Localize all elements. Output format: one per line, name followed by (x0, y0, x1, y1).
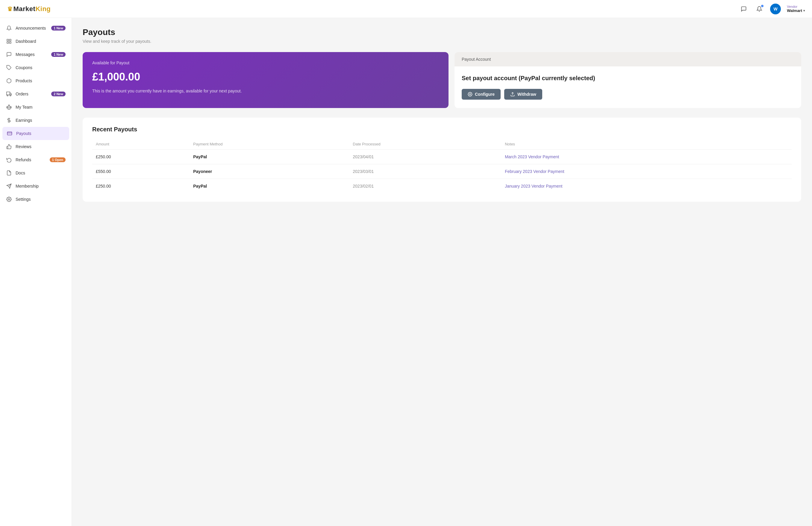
payout-account-card: Payout Account Set payout account (PayPa… (454, 52, 801, 108)
table-body: £250.00 PayPal 2023/04/01 March 2023 Ven… (92, 150, 792, 194)
dashboard-icon (6, 38, 12, 44)
available-payout-card: Available for Payout £1,000.00 This is t… (83, 52, 449, 108)
table-row: £250.00 PayPal 2023/02/01 January 2023 V… (92, 179, 792, 194)
cards-row: Available for Payout £1,000.00 This is t… (83, 52, 801, 108)
cell-amount: £550.00 (92, 164, 190, 179)
docs-icon (6, 170, 12, 176)
svg-point-7 (10, 95, 11, 96)
vendor-label: Vendor (787, 5, 805, 9)
logo: ♛ MarketKing (7, 5, 50, 13)
col-amount: Amount (92, 139, 190, 150)
header-right: W Vendor Walmart (739, 4, 805, 14)
sidebar-item-products[interactable]: Products (0, 74, 72, 87)
sidebar-item-label: Docs (16, 170, 25, 175)
sidebar-item-label: Products (16, 78, 32, 83)
messages-icon (6, 51, 12, 58)
svg-rect-0 (7, 39, 9, 41)
sidebar-item-my-team[interactable]: My Team (0, 101, 72, 114)
vendor-info[interactable]: Vendor Walmart (787, 5, 805, 13)
cell-date: 2023/02/01 (349, 179, 501, 194)
svg-rect-3 (10, 42, 11, 43)
configure-button[interactable]: Configure (462, 89, 501, 100)
sidebar-item-reviews[interactable]: Reviews (0, 140, 72, 153)
sidebar-item-label: Dashboard (16, 39, 36, 44)
sidebar-item-orders[interactable]: Orders 2 New (0, 87, 72, 101)
cell-date: 2023/04/01 (349, 150, 501, 164)
reviews-icon (6, 144, 12, 150)
sidebar-item-announcements[interactable]: Announcements 1 New (0, 21, 72, 35)
col-notes: Notes (501, 139, 792, 150)
svg-point-16 (9, 199, 10, 200)
sidebar-item-dashboard[interactable]: Dashboard (0, 35, 72, 48)
sidebar-item-label: Announcements (16, 26, 46, 31)
sidebar-item-label: Reviews (16, 144, 31, 149)
sidebar-item-earnings[interactable]: Earnings (0, 114, 72, 127)
payouts-table: Amount Payment Method Date Processed Not… (92, 139, 792, 193)
payouts-icon (6, 131, 13, 136)
my-team-icon (6, 104, 12, 110)
sidebar-item-label: Membership (16, 184, 39, 189)
sidebar-item-payouts[interactable]: Payouts (2, 127, 69, 140)
page-subtitle: View and keep track of your payouts. (83, 39, 801, 44)
cell-amount: £250.00 (92, 179, 190, 194)
withdraw-icon (510, 92, 515, 96)
account-card-body: Set payout account (PayPal currently sel… (454, 66, 801, 108)
svg-rect-2 (7, 42, 9, 43)
logo-king-text: King (35, 5, 50, 13)
sidebar-item-label: Refunds (16, 157, 31, 162)
sidebar-item-settings[interactable]: Settings (0, 193, 72, 206)
recent-payouts-title: Recent Payouts (92, 126, 792, 133)
cell-method: Payoneer (190, 164, 349, 179)
chat-icon[interactable] (739, 4, 749, 14)
sidebar-item-label: Coupons (16, 65, 32, 70)
col-date: Date Processed (349, 139, 501, 150)
sidebar-item-label: My Team (16, 105, 33, 109)
announcements-badge: 1 New (51, 26, 66, 31)
svg-point-6 (7, 95, 8, 96)
svg-rect-1 (10, 39, 11, 41)
orders-badge: 2 New (51, 92, 66, 96)
payout-card-label: Available for Payout (92, 60, 439, 65)
layout: Announcements 1 New Dashboard Messages (0, 18, 812, 526)
account-buttons: Configure Withdraw (462, 89, 794, 100)
products-icon (6, 78, 12, 84)
table-header: Amount Payment Method Date Processed Not… (92, 139, 792, 150)
payout-card-amount: £1,000.00 (92, 71, 439, 83)
withdraw-button-label: Withdraw (517, 92, 536, 96)
account-card-title: Set payout account (PayPal currently sel… (462, 75, 794, 82)
sidebar-item-label: Payouts (16, 131, 31, 136)
svg-rect-5 (6, 92, 10, 95)
announcements-icon (6, 25, 12, 31)
table-row: £250.00 PayPal 2023/04/01 March 2023 Ven… (92, 150, 792, 164)
sidebar-item-coupons[interactable]: Coupons (0, 61, 72, 74)
sidebar-item-label: Earnings (16, 118, 32, 123)
cell-notes: January 2023 Vendor Payment (501, 179, 792, 194)
notification-dot (761, 5, 764, 7)
account-card-header: Payout Account (454, 52, 801, 66)
svg-point-8 (9, 105, 10, 106)
withdraw-button[interactable]: Withdraw (504, 89, 542, 100)
configure-button-label: Configure (475, 92, 495, 96)
main-content: Payouts View and keep track of your payo… (72, 18, 812, 526)
notifications-icon[interactable] (755, 4, 764, 14)
refunds-badge: 1 Open (50, 157, 66, 162)
col-method: Payment Method (190, 139, 349, 150)
settings-icon (6, 196, 12, 202)
cell-amount: £250.00 (92, 150, 190, 164)
header: ♛ MarketKing W Vendor Walmart (0, 0, 812, 18)
earnings-icon (6, 117, 12, 123)
sidebar-item-refunds[interactable]: Refunds 1 Open (0, 153, 72, 166)
payout-card-description: This is the amount you currently have in… (92, 88, 439, 94)
sidebar-item-membership[interactable]: Membership (0, 180, 72, 193)
sidebar-item-label: Messages (16, 52, 35, 57)
logo-market-text: Market (13, 5, 35, 13)
sidebar-item-docs[interactable]: Docs (0, 166, 72, 180)
messages-badge: 1 New (51, 52, 66, 57)
coupons-icon (6, 65, 12, 71)
table-row: £550.00 Payoneer 2023/03/01 February 202… (92, 164, 792, 179)
cell-date: 2023/03/01 (349, 164, 501, 179)
sidebar-item-label: Orders (16, 92, 28, 96)
logo-crown-icon: ♛ (7, 5, 13, 13)
sidebar-item-messages[interactable]: Messages 1 New (0, 48, 72, 61)
cell-method: PayPal (190, 179, 349, 194)
